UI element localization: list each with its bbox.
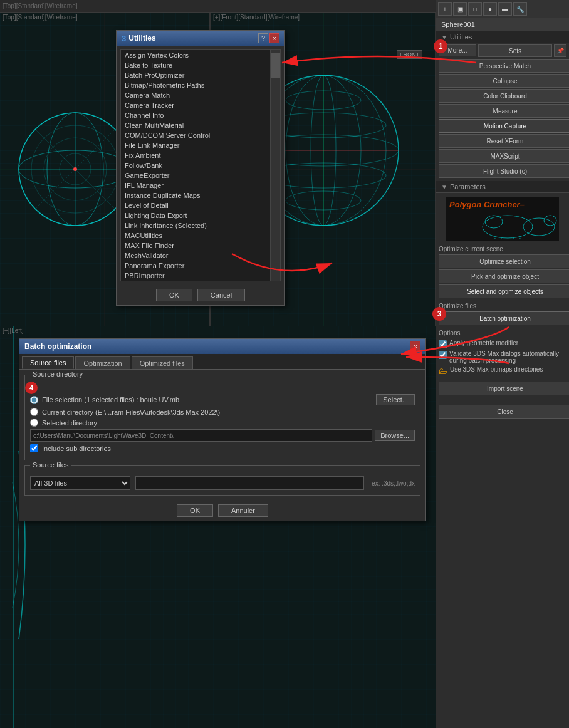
reset-xform-btn[interactable]: Reset XForm — [439, 134, 569, 148]
utilities-close-btn[interactable]: × — [269, 33, 279, 43]
utilities-footer: OK Cancel — [117, 285, 284, 305]
utils-list-item[interactable]: Lighting Data Export — [121, 211, 280, 221]
close-panel-btn[interactable]: Close — [439, 405, 569, 419]
badge-3: 3 — [432, 307, 446, 321]
radio-current-dir-input[interactable] — [30, 408, 38, 416]
utils-list-item[interactable]: Follow/Bank — [121, 160, 280, 170]
utils-list-item[interactable]: Bake to Texture — [121, 60, 280, 70]
tab-optimization[interactable]: Optimization — [75, 356, 130, 369]
utils-ok-btn[interactable]: OK — [156, 289, 192, 301]
select-files-btn[interactable]: Select... — [376, 394, 415, 405]
file-type-select[interactable]: All 3D files — [30, 476, 130, 490]
utils-list-item[interactable]: Clean MultiMaterial — [121, 120, 280, 130]
perspective-match-btn[interactable]: Perspective Match — [439, 59, 569, 73]
utils-list-item[interactable]: File Link Manager — [121, 140, 280, 150]
flight-studio-btn[interactable]: Flight Studio (c) — [439, 164, 569, 178]
option1-checkbox[interactable] — [439, 340, 447, 348]
object-name-header: Sphere001 — [436, 18, 569, 31]
utils-list-item[interactable]: Batch ProOptimizer — [121, 70, 280, 80]
dir-path-input[interactable] — [30, 429, 372, 442]
optimize-scene-label: Optimize current scene — [436, 244, 569, 254]
svg-line-11 — [36, 169, 75, 209]
utils-list-item[interactable]: Instance Duplicate Maps — [121, 190, 280, 200]
utils-list-item[interactable]: MeshValidator — [121, 251, 280, 261]
color-clipboard-btn[interactable]: Color Clipboard — [439, 89, 569, 103]
import-scene-btn[interactable]: Import scene — [439, 382, 569, 395]
utils-list-item[interactable]: Camera Tracker — [121, 100, 280, 110]
utilities-list-container: Assign Vertex ColorsBake to TextureBatch… — [120, 49, 281, 281]
sphere-btn[interactable]: ● — [483, 2, 497, 16]
options-label: Options — [436, 328, 569, 338]
tab-source-files[interactable]: Source files — [22, 356, 74, 369]
include-sub-checkbox[interactable] — [30, 444, 38, 452]
source-directory-group: Source directory 4 File selection (1 sel… — [24, 375, 420, 460]
utils-scrollbar-thumb[interactable] — [271, 53, 280, 78]
batch-cancel-btn[interactable]: Annuler — [218, 504, 268, 517]
utils-list-item[interactable]: COM/DCOM Server Control — [121, 130, 280, 140]
svg-line-14 — [75, 130, 115, 169]
add-icon-btn[interactable]: + — [438, 2, 452, 16]
utils-list-item[interactable]: IFL Manager — [121, 180, 280, 190]
optimize-selection-btn[interactable]: Optimize selection — [439, 254, 569, 268]
utils-list-item[interactable]: MACUtilities — [121, 231, 280, 241]
browse-btn[interactable]: Browse... — [375, 430, 415, 441]
radio-current-dir: Current directory (E:\...ram Files\Autod… — [30, 408, 415, 416]
badge-1: 1 — [434, 39, 447, 53]
source-files-group: Source files All 3D files ex: .3ds;.lwo;… — [24, 465, 420, 496]
tool-btn[interactable]: 🔧 — [513, 2, 527, 16]
utils-list-item[interactable]: Link Inheritance (Selected) — [121, 221, 280, 231]
batch-tabs: Source files Optimization Optimized file… — [19, 354, 425, 370]
view1-btn[interactable]: ▣ — [453, 2, 467, 16]
radio-file-selection-label: File selection (1 selected files) : boul… — [42, 396, 179, 403]
dialog-help-btn[interactable]: ? — [258, 33, 268, 43]
batch-footer: OK Annuler — [19, 501, 425, 521]
utils-list-item[interactable]: PBRImporter — [121, 271, 280, 281]
radio-selected-dir-input[interactable] — [30, 419, 38, 427]
polygon-cruncher-image: Polygon Cruncher– — [446, 197, 559, 241]
option3-label: Use 3DS Max bitmaps directories — [450, 366, 543, 373]
option1-row: Apply geometric modifier — [439, 340, 566, 348]
svg-point-18 — [73, 167, 77, 171]
radio-selected-dir-label: Selected directory — [42, 419, 97, 427]
utils-list-item[interactable]: Assign Vertex Colors — [121, 50, 280, 60]
sets-btn[interactable]: Sets — [478, 44, 552, 57]
pin-btn[interactable]: 📌 — [554, 44, 566, 57]
utils-list-item[interactable]: MAX File Finder — [121, 241, 280, 251]
batch-ok-btn[interactable]: OK — [177, 504, 213, 517]
utils-list-item[interactable]: Panorama Exporter — [121, 261, 280, 271]
svg-line-13 — [36, 130, 75, 169]
utils-list-item[interactable]: GameExporter — [121, 170, 280, 180]
radio-file-selection-input[interactable] — [30, 396, 38, 404]
utils-cancel-btn[interactable]: Cancel — [197, 289, 245, 301]
batch-close-btn[interactable]: × — [410, 341, 420, 351]
option2-label: Validate 3DS Max dialogs automatically d… — [449, 350, 566, 364]
maxscript-btn[interactable]: MAXScript — [439, 149, 569, 163]
include-sub-label: Include sub directories — [42, 445, 111, 452]
utilities-list[interactable]: Assign Vertex ColorsBake to TextureBatch… — [121, 50, 280, 281]
dialog-logo: 3 — [122, 34, 126, 43]
option3-row: 🗁 Use 3DS Max bitmaps directories — [439, 366, 566, 376]
file-type-row: All 3D files ex: .3ds;.lwo;dx — [30, 476, 415, 490]
include-sub-row: Include sub directories — [30, 444, 415, 452]
file-ext-input[interactable] — [135, 476, 364, 490]
collapse-btn[interactable]: Collapse — [439, 74, 569, 88]
batch-optimization-btn[interactable]: Batch optimization — [439, 311, 569, 325]
utils-scrollbar[interactable] — [270, 50, 280, 281]
rect-btn[interactable]: ▬ — [498, 2, 512, 16]
pick-optimize-btn[interactable]: Pick and optimize object — [439, 269, 569, 283]
utilities-dialog-title: Utilities — [128, 34, 155, 43]
utils-list-item[interactable]: Channel Info — [121, 110, 280, 120]
utils-list-item[interactable]: Bitmap/Photometric Paths — [121, 80, 280, 90]
option2-checkbox[interactable] — [439, 351, 447, 359]
utils-list-item[interactable]: Level of Detail — [121, 200, 280, 211]
parameters-label: Parameters — [450, 183, 486, 190]
view2-btn[interactable]: □ — [468, 2, 482, 16]
batch-tab-content: Source directory 4 File selection (1 sel… — [19, 370, 425, 501]
utilities-label: Utilities — [450, 33, 472, 41]
tab-optimized-files[interactable]: Optimized files — [132, 356, 193, 369]
utils-list-item[interactable]: Camera Match — [121, 90, 280, 100]
motion-capture-btn[interactable]: Motion Capture — [439, 119, 569, 133]
select-optimize-btn[interactable]: Select and optimize objects — [439, 284, 569, 298]
measure-btn[interactable]: Measure — [439, 104, 569, 118]
utils-list-item[interactable]: Fix Ambient — [121, 150, 280, 160]
